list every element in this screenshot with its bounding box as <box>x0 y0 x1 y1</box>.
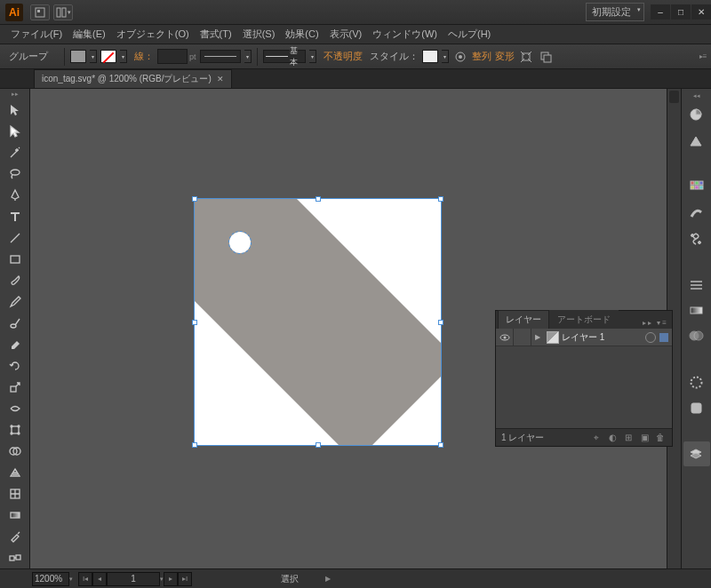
svg-rect-3 <box>62 8 66 17</box>
shape-builder-tool[interactable] <box>2 441 28 462</box>
lasso-tool[interactable] <box>2 163 28 185</box>
symbols-panel-icon[interactable] <box>683 226 710 250</box>
blend-tool[interactable] <box>2 547 28 568</box>
transparency-panel-icon[interactable] <box>683 323 710 348</box>
selection-tool[interactable] <box>2 99 28 121</box>
delete-layer-icon[interactable]: 🗑 <box>652 431 668 445</box>
pen-tool[interactable] <box>2 185 28 206</box>
zoom-input[interactable] <box>32 572 69 586</box>
rectangle-tool[interactable] <box>2 249 28 270</box>
target-icon[interactable] <box>645 332 656 343</box>
line-tool[interactable] <box>2 227 28 249</box>
new-layer-icon[interactable]: ▣ <box>636 431 652 445</box>
locate-object-icon[interactable]: ⌖ <box>588 431 604 445</box>
align-link[interactable]: 整列 <box>472 50 491 63</box>
document-tab[interactable]: icon_tag.svg* @ 1200% (RGB/プレビュー) ✕ <box>34 69 232 88</box>
scale-tool[interactable] <box>2 377 28 398</box>
prev-artboard-button[interactable]: ◂ <box>92 572 107 586</box>
minimize-button[interactable]: – <box>651 4 670 20</box>
perspective-tool[interactable] <box>2 462 28 483</box>
type-tool[interactable] <box>2 206 28 227</box>
eraser-tool[interactable] <box>2 334 28 355</box>
svg-point-5 <box>459 55 462 59</box>
svg-point-39 <box>503 336 506 338</box>
layer-name[interactable]: レイヤー 1 <box>562 331 645 344</box>
fill-swatch[interactable] <box>70 50 86 63</box>
gradient-tool[interactable] <box>2 505 28 526</box>
dock-expand-icon[interactable]: ◂◂ <box>682 92 711 101</box>
maximize-button[interactable]: □ <box>671 4 691 20</box>
stroke-swatch[interactable] <box>100 50 116 63</box>
menu-select[interactable]: 選択(S) <box>237 26 281 43</box>
svg-rect-29 <box>695 186 699 189</box>
style-dd[interactable]: ▾ <box>442 50 449 63</box>
first-artboard-button[interactable]: I◂ <box>78 572 92 586</box>
isolate-button[interactable] <box>518 49 534 65</box>
stroke-dropdown[interactable]: ▾ <box>120 50 127 63</box>
close-tab-icon[interactable]: ✕ <box>217 75 224 83</box>
tools-collapse-icon[interactable]: ▸▸ <box>0 91 29 99</box>
layers-panel[interactable]: レイヤー アートボード ▸▸ ▾≡ ▶ レイヤー 1 1 レイヤー ⌖ ◐ ⊞ … <box>495 310 673 447</box>
mesh-tool[interactable] <box>2 483 28 505</box>
transform-link[interactable]: 変形 <box>495 50 515 63</box>
layers-tab[interactable]: レイヤー <box>498 310 549 329</box>
app-logo: Ai <box>5 4 23 21</box>
recolor-button[interactable] <box>452 49 468 65</box>
blob-brush-tool[interactable] <box>2 313 28 334</box>
direct-selection-tool[interactable] <box>2 121 28 142</box>
eyedropper-tool[interactable] <box>2 526 28 547</box>
swatches-panel-icon[interactable] <box>683 174 710 199</box>
edit-contents-button[interactable] <box>538 49 554 65</box>
menu-help[interactable]: ヘルプ(H) <box>443 26 496 43</box>
rotate-tool[interactable] <box>2 355 28 377</box>
next-artboard-button[interactable]: ▸ <box>164 572 178 586</box>
magic-wand-tool[interactable] <box>2 142 28 163</box>
width-tool[interactable] <box>2 398 28 419</box>
menu-effect[interactable]: 効果(C) <box>280 26 324 43</box>
stroke-style-dd[interactable]: ▾ <box>244 50 252 63</box>
bridge-button[interactable] <box>30 4 50 20</box>
style-swatch[interactable] <box>422 50 438 63</box>
menu-file[interactable]: ファイル(F) <box>5 26 68 43</box>
color-guide-icon[interactable] <box>683 128 710 153</box>
brushes-panel-icon[interactable] <box>683 200 710 225</box>
color-panel-icon[interactable] <box>683 102 710 127</box>
paintbrush-tool[interactable] <box>2 270 28 291</box>
last-artboard-button[interactable]: ▸I <box>178 572 192 586</box>
gradient-panel-icon[interactable] <box>683 298 710 322</box>
menu-edit[interactable]: 編集(E) <box>68 26 111 43</box>
svg-rect-26 <box>695 181 699 185</box>
appearance-panel-icon[interactable] <box>683 369 710 394</box>
menu-type[interactable]: 書式(T) <box>195 26 237 43</box>
fill-dropdown[interactable]: ▾ <box>90 50 97 63</box>
stroke-weight-input[interactable] <box>157 49 188 64</box>
arrange-docs-button[interactable]: ▾ <box>53 4 73 20</box>
graphic-styles-icon[interactable] <box>683 395 710 420</box>
expand-layer-icon[interactable]: ▶ <box>531 333 544 341</box>
brush-dd[interactable]: ▾ <box>309 50 316 63</box>
opacity-link[interactable]: 不透明度 <box>324 50 363 63</box>
artboard-number-input[interactable] <box>107 572 160 586</box>
menu-window[interactable]: ウィンドウ(W) <box>367 26 443 43</box>
menu-view[interactable]: 表示(V) <box>324 26 368 43</box>
control-bar-menu[interactable]: ▸≡ <box>695 49 711 65</box>
layers-panel-icon[interactable] <box>683 441 710 466</box>
lock-toggle[interactable] <box>514 329 531 346</box>
svg-rect-27 <box>699 181 703 185</box>
menu-object[interactable]: オブジェクト(O) <box>111 26 195 43</box>
make-clip-icon[interactable]: ◐ <box>604 431 620 445</box>
artboards-tab[interactable]: アートボード <box>549 310 619 329</box>
close-button[interactable]: ✕ <box>691 4 711 20</box>
brush-dropdown[interactable]: 基本 <box>263 50 306 63</box>
pencil-tool[interactable] <box>2 291 28 313</box>
visibility-toggle[interactable] <box>496 329 514 346</box>
panel-menu-icon[interactable]: ▸▸ ▾≡ <box>639 317 672 329</box>
layer-row[interactable]: ▶ レイヤー 1 <box>496 329 672 346</box>
svg-rect-25 <box>691 181 694 185</box>
free-transform-tool[interactable] <box>2 419 28 441</box>
new-sublayer-icon[interactable]: ⊞ <box>620 431 636 445</box>
stroke-panel-icon[interactable] <box>683 272 710 297</box>
workspace-selector[interactable]: 初期設定 <box>586 3 644 21</box>
stroke-style-dropdown[interactable] <box>200 50 241 63</box>
status-menu-icon[interactable]: ▶ <box>325 575 331 583</box>
